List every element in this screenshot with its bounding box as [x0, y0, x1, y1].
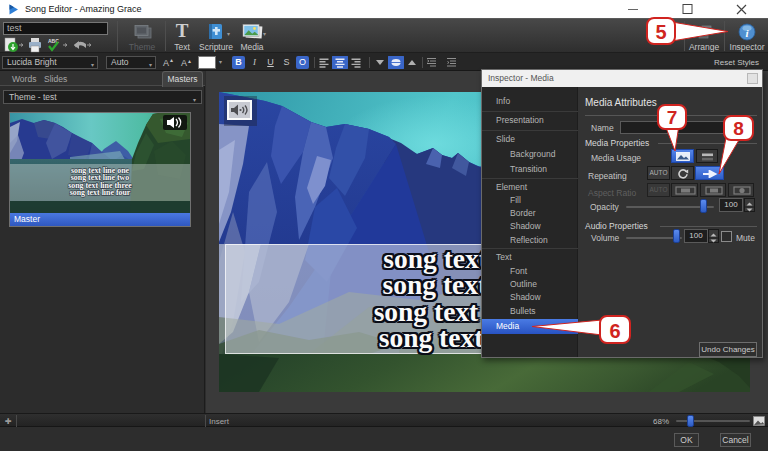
- svg-text:A: A: [163, 58, 169, 68]
- svg-text:song text line four: song text line four: [70, 188, 131, 197]
- svg-text:7: 7: [667, 107, 678, 128]
- svg-text:▴: ▴: [188, 58, 191, 64]
- svg-text:6: 6: [609, 320, 620, 342]
- svg-text:5: 5: [655, 21, 666, 43]
- svg-text:8: 8: [733, 118, 744, 139]
- svg-text:▴: ▴: [170, 57, 173, 63]
- svg-text:A: A: [181, 58, 187, 68]
